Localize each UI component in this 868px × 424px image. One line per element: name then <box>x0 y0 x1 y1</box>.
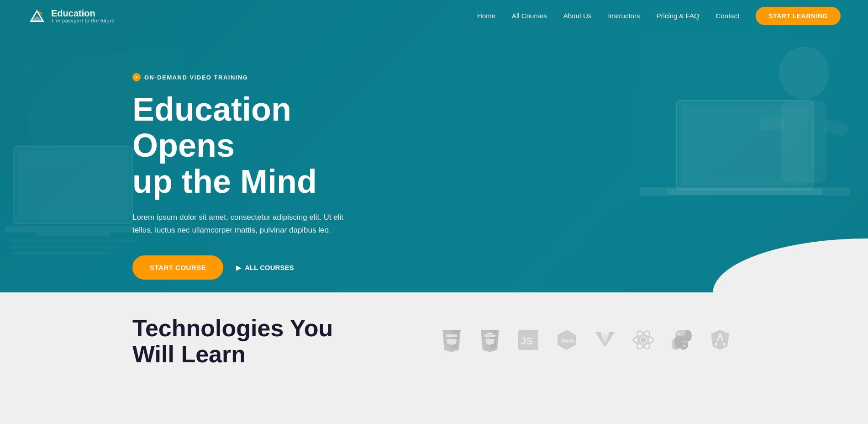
python-icon <box>666 324 697 355</box>
svg-rect-19 <box>447 339 457 341</box>
svg-rect-21 <box>484 334 495 337</box>
svg-rect-24 <box>487 333 493 334</box>
nav-start-learning[interactable]: START LEARNING <box>756 7 841 25</box>
svg-point-36 <box>684 345 685 347</box>
technologies-section: Technologies You Will Learn <box>0 292 868 424</box>
svg-rect-13 <box>667 188 822 195</box>
hero-content: ON-DEMAND VIDEO TRAINING Education Opens… <box>0 0 365 280</box>
js-icon: JS <box>513 324 544 355</box>
start-course-button[interactable]: START COURSE <box>132 255 223 280</box>
svg-rect-18 <box>446 334 457 337</box>
all-courses-arrow: ▶ <box>236 264 241 271</box>
nav-about-us[interactable]: About Us <box>563 12 592 20</box>
tech-icons-grid: JS Node <box>436 324 736 355</box>
nav-home[interactable]: Home <box>477 12 495 20</box>
hero-description: Lorem ipsum dolor sit amet, consectetur … <box>132 211 365 238</box>
svg-point-35 <box>678 333 680 335</box>
tech-title: Technologies You Will Learn <box>132 315 333 367</box>
svg-text:JS: JS <box>521 335 533 347</box>
react-icon <box>628 324 659 355</box>
nav-links: Home All Courses About Us Instructors Pr… <box>477 12 841 20</box>
hero-badge-text: ON-DEMAND VIDEO TRAINING <box>144 74 248 81</box>
play-icon <box>132 73 141 81</box>
angular-icon <box>705 324 736 355</box>
svg-point-14 <box>779 47 829 100</box>
svg-rect-39 <box>716 341 724 343</box>
svg-point-31 <box>641 337 646 343</box>
svg-text:Node: Node <box>561 338 575 344</box>
logo-title: Education <box>51 9 115 18</box>
hero-buttons: START COURSE ▶ ALL COURSES <box>132 255 365 280</box>
logo[interactable]: Education The passport to the future <box>27 6 115 26</box>
svg-rect-15 <box>781 101 827 183</box>
logo-text: Education The passport to the future <box>51 9 115 23</box>
all-courses-link[interactable]: ▶ ALL COURSES <box>236 264 294 271</box>
logo-subtitle: The passport to the future <box>51 18 115 23</box>
svg-rect-22 <box>486 339 494 341</box>
navbar: Education The passport to the future Hom… <box>0 0 868 32</box>
all-courses-label: ALL COURSES <box>245 264 294 271</box>
nav-all-courses[interactable]: All Courses <box>512 12 547 20</box>
nav-instructors[interactable]: Instructors <box>608 12 640 20</box>
logo-icon <box>27 6 47 26</box>
vuejs-icon <box>589 324 621 355</box>
hero-badge: ON-DEMAND VIDEO TRAINING <box>132 73 365 81</box>
nav-pricing-faq[interactable]: Pricing & FAQ <box>656 12 699 20</box>
html5-icon <box>436 324 467 355</box>
nav-contact[interactable]: Contact <box>716 12 740 20</box>
tech-title-area: Technologies You Will Learn <box>132 315 333 367</box>
hero-title: Education Opens up the Mind <box>132 91 365 200</box>
hero-section: ON-DEMAND VIDEO TRAINING Education Opens… <box>0 0 868 292</box>
nodejs-icon: Node <box>551 324 582 355</box>
css3-icon <box>474 324 505 355</box>
